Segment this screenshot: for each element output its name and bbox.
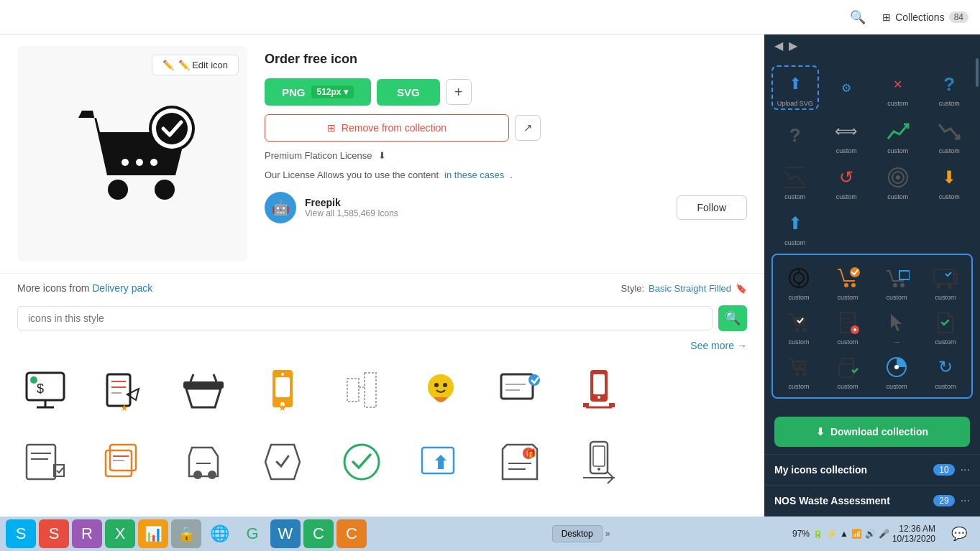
grid-remove-icon: ⊞: [327, 122, 336, 134]
sub-more-icon-1[interactable]: ···: [961, 463, 970, 476]
list-item[interactable]: [164, 426, 243, 498]
svg-point-74: [795, 328, 800, 332]
style-search-button[interactable]: 🔍: [718, 305, 747, 331]
list-item[interactable]: [401, 354, 480, 426]
sidebar-icon-upload-blue[interactable]: ⬆ custom: [771, 206, 819, 248]
more-icons-pack-link[interactable]: Delivery pack: [92, 282, 152, 294]
sidebar-hl-target2[interactable]: custom: [776, 261, 822, 302]
scrollbar-thumb[interactable]: [976, 58, 979, 87]
list-item[interactable]: [85, 426, 164, 498]
sidebar-hl-cart-check[interactable]: custom: [825, 261, 871, 302]
mic-icon: 🎤: [879, 529, 889, 539]
sidebar-hl-cart-delivery[interactable]: custom: [874, 261, 920, 302]
upload-svg-cell[interactable]: ⬆ Upload SVG: [771, 65, 819, 110]
sub-collection-badge-1: 10: [933, 464, 954, 476]
author-info: Freepik View all 1,585,469 Icons: [305, 197, 398, 218]
desktop-button[interactable]: Desktop: [552, 525, 603, 542]
icons-row-2: 🎁: [0, 426, 764, 498]
list-item[interactable]: $: [6, 354, 85, 426]
download-icon: ⬇: [378, 150, 386, 161]
list-item[interactable]: [401, 426, 480, 498]
collections-sidebar: My icons collection 84 ··· ◀ ▶ ⬆ Upload …: [764, 0, 980, 517]
share-button[interactable]: ↗: [515, 115, 541, 141]
sidebar-hl-cart2[interactable]: custom: [776, 305, 822, 347]
search-icon[interactable]: 🔍: [845, 4, 871, 30]
sidebar-icon-trend-down2[interactable]: custom: [771, 160, 819, 202]
sidebar-icon-loop[interactable]: ↺ custom: [823, 160, 871, 202]
sidebar-icon-x[interactable]: ✕ custom: [874, 65, 922, 110]
sidebar-hl-box-check[interactable]: custom: [825, 350, 871, 392]
see-more-row[interactable]: See more →: [0, 337, 764, 354]
taskbar-corel[interactable]: G: [237, 519, 267, 548]
png-button[interactable]: PNG 512px ▾: [265, 78, 371, 106]
edit-icon-button[interactable]: ✏️ ✏️ Edit icon: [152, 55, 239, 75]
sidebar-sub-item-1[interactable]: My icons collection 10 ···: [764, 455, 980, 486]
list-item[interactable]: [480, 354, 559, 426]
sidebar-back-button[interactable]: ◀: [774, 39, 783, 52]
sidebar-hl-delivery-check[interactable]: custom: [922, 261, 968, 302]
sidebar-hl-doc-check[interactable]: custom: [922, 305, 968, 347]
plus-button[interactable]: +: [446, 79, 472, 105]
svg-label: SVG: [397, 86, 420, 98]
list-item[interactable]: [559, 426, 638, 498]
sidebar-sub-item-2[interactable]: NOS Waste Assessment 29 ···: [764, 486, 980, 517]
download-collection-button[interactable]: ⬇ Download collection: [774, 417, 970, 447]
sidebar-icon-trend-up[interactable]: custom: [874, 114, 922, 156]
taskbar-word[interactable]: W: [270, 519, 301, 548]
list-item[interactable]: ★: [85, 354, 164, 426]
list-item[interactable]: [322, 354, 401, 426]
collections-nav[interactable]: ⊞ Collections 84: [882, 11, 968, 23]
taskbar-skype[interactable]: S: [6, 519, 36, 548]
list-item[interactable]: [322, 426, 401, 498]
sidebar-icon-question2[interactable]: ?: [771, 114, 819, 156]
collections-label: Collections: [895, 11, 944, 23]
edit-icon: ✏️: [162, 60, 174, 70]
taskbar-powerbi[interactable]: 📊: [138, 519, 168, 548]
list-item[interactable]: ★: [243, 354, 322, 426]
taskbar-security[interactable]: 🔒: [171, 519, 201, 548]
sidebar-icon-gear[interactable]: ⚙: [823, 65, 871, 110]
style-link[interactable]: Basic Straight Filled: [649, 283, 731, 294]
taskbar-r[interactable]: R: [72, 519, 102, 548]
sidebar-icon-trend-down[interactable]: custom: [926, 114, 974, 156]
style-search-input[interactable]: [17, 306, 713, 330]
svg-point-75: [802, 328, 807, 332]
sidebar-scrollarea[interactable]: ⬆ Upload SVG ⚙ ✕ custom ? custom ?: [764, 58, 980, 409]
sidebar-icon-arrow[interactable]: ⟺ custom: [823, 114, 871, 156]
svg-button[interactable]: SVG: [377, 79, 440, 106]
list-item[interactable]: 🎁: [480, 426, 559, 498]
list-item[interactable]: [164, 354, 243, 426]
bookmark-icon: 🔖: [736, 283, 747, 294]
battery-percentage: 97%: [792, 529, 810, 539]
sidebar-forward-button[interactable]: ▶: [789, 39, 797, 52]
taskbar-chrome[interactable]: 🌐: [204, 519, 234, 548]
svg-rect-29: [501, 374, 533, 399]
sidebar-hl-refresh[interactable]: ↻ custom: [922, 350, 968, 392]
taskbar-excel[interactable]: X: [105, 519, 135, 548]
sidebar-hl-analytics[interactable]: custom: [874, 350, 920, 392]
svg-rect-84: [839, 364, 853, 377]
taskbar-c1[interactable]: C: [303, 519, 334, 548]
list-item[interactable]: [6, 426, 85, 498]
follow-button[interactable]: Follow: [677, 195, 747, 220]
list-item[interactable]: [243, 426, 322, 498]
list-item[interactable]: [559, 354, 638, 426]
taskbar-c2[interactable]: C: [336, 519, 367, 548]
sidebar-hl-invoice[interactable]: custom: [825, 305, 871, 347]
charge-icon: ⚡: [826, 529, 837, 539]
sidebar-hl-cart3[interactable]: custom: [776, 350, 822, 392]
network-icon: ▲: [840, 529, 848, 539]
remove-collection-button[interactable]: ⊞ Remove from collection: [265, 114, 509, 142]
sidebar-icon-download[interactable]: ⬇ custom: [926, 160, 974, 202]
taskbar-s2[interactable]: S: [39, 519, 69, 548]
sub-more-icon-2[interactable]: ···: [961, 494, 970, 507]
svg-point-67: [851, 283, 856, 287]
sub-collection-title-2: NOS Waste Assessment: [774, 495, 933, 506]
sidebar-icon-question1[interactable]: ? custom: [926, 65, 974, 110]
taskbar-notification[interactable]: 💬: [944, 519, 974, 548]
license-link[interactable]: in these cases: [444, 170, 504, 180]
taskbar: S S R X 📊 🔒 🌐 G W C C Desktop » 97% 🔋 ⚡ …: [0, 517, 980, 551]
icon-preview-area: ✏️ ✏️ Edit icon: [0, 34, 764, 274]
sidebar-hl-cursor[interactable]: ···: [874, 305, 920, 347]
sidebar-icon-target[interactable]: custom: [874, 160, 922, 202]
